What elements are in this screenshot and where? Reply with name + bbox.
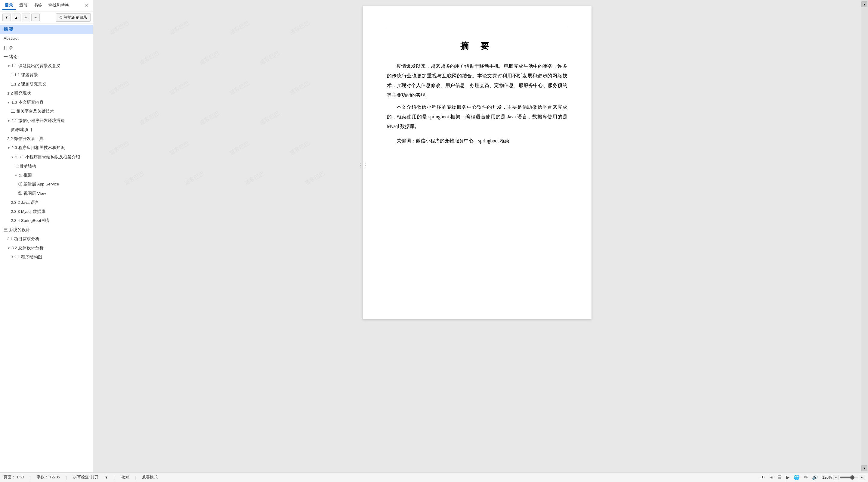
proofread-button[interactable]: 校对 [121, 475, 129, 480]
add-button[interactable]: + [22, 13, 30, 21]
toc-item[interactable]: ② 视图层 View [0, 189, 93, 198]
page-top-border [387, 28, 567, 28]
toc-item[interactable]: ▼(2)框架 [0, 171, 93, 180]
toc-item[interactable]: Abstract [0, 34, 93, 43]
toc-item[interactable]: 二 相关平台及关键技术 [0, 107, 93, 116]
sidebar-toolbar: ▼ ▲ + − ⊙ 智能识别目录 [0, 11, 93, 24]
watermark-text: 道客巴巴 [258, 110, 281, 127]
watermark-text: 道客巴巴 [288, 140, 311, 157]
expand-icon: ▼ [14, 173, 19, 178]
grid-icon[interactable]: ⊞ [769, 475, 773, 480]
scroll-up-button[interactable]: ▲ [861, 1, 867, 7]
right-panel: ▲ ▼ [861, 0, 868, 472]
close-button[interactable]: ✕ [83, 2, 91, 9]
toc-item[interactable]: ▼2.1 微信小程序开发环境搭建 [0, 116, 93, 125]
expand-icon: ▼ [11, 155, 15, 159]
watermark-text: 道客巴巴 [108, 140, 130, 157]
eye-icon[interactable]: 👁 [760, 475, 765, 480]
toc-item[interactable]: 目 录 [0, 43, 93, 52]
separator-4: | [135, 475, 136, 480]
toc-list: 摘 要Abstract目 录一 绪论▼1.1 课题提出的背景及意义1.1.1 课… [0, 24, 93, 472]
toc-item[interactable]: 2.3.4 SpringBoot 框架 [0, 216, 93, 225]
zoom-increase-button[interactable]: + [859, 475, 864, 480]
list-icon[interactable]: ☰ [777, 475, 782, 480]
pen-icon[interactable]: ✏ [804, 475, 808, 480]
document-page: ⋮⋮ 摘 要 疫情爆发以来，越来越多的用户借助于移动手机、电脑完成生活中的事务，… [363, 6, 591, 319]
keywords-paragraph: 关键词：微信小程序的宠物服务中心；springboot 框架 [387, 136, 567, 146]
paragraph-2: 本文介绍微信小程序的宠物服务中心软件的开发，主要是借助微信平台来完成的，框架使用… [387, 102, 567, 131]
page-info: 页面： 1/50 [4, 475, 24, 480]
watermark-text: 道客巴巴 [228, 140, 251, 157]
paragraph-1: 疫情爆发以来，越来越多的用户借助于移动手机、电脑完成生活中的事务，许多的传统行业… [387, 61, 567, 100]
spell-check-status[interactable]: 拼写检查: 打开 [73, 475, 99, 480]
watermark-text: 道客巴巴 [123, 170, 145, 187]
speaker-icon[interactable]: 🔊 [812, 475, 818, 480]
scroll-down-button[interactable]: ▼ [861, 465, 867, 471]
move-down-button[interactable]: ▼ [2, 13, 11, 21]
toc-item[interactable]: 2.2 微信开发者工具 [0, 134, 93, 143]
remove-button[interactable]: − [31, 13, 40, 21]
toc-item[interactable]: 一 绪论 [0, 52, 93, 61]
separator-1: | [30, 475, 31, 480]
zoom-control: 120% − + [822, 475, 864, 480]
watermark-text: 道客巴巴 [243, 170, 266, 187]
main-content: 道客巴巴道客巴巴道客巴巴道客巴巴道客巴巴道客巴巴道客巴巴道客巴巴道客巴巴道客巴巴… [93, 0, 861, 472]
tab-find-replace[interactable]: 查找和替换 [46, 1, 72, 10]
tab-chapters[interactable]: 章节 [17, 1, 30, 10]
watermark-text: 道客巴巴 [288, 80, 311, 97]
zoom-decrease-button[interactable]: − [833, 475, 838, 480]
toc-item[interactable]: ▼1.1 课题提出的背景及意义 [0, 61, 93, 70]
toc-item[interactable]: 1.2 研究现状 [0, 89, 93, 98]
compat-mode-label: 兼容模式 [142, 475, 158, 480]
watermark-text: 道客巴巴 [108, 19, 130, 36]
zoom-slider[interactable] [840, 477, 858, 478]
globe-icon[interactable]: 🌐 [794, 475, 800, 480]
page-value: 1/50 [16, 475, 24, 479]
toc-item[interactable]: ▼3.2 总体设计分析 [0, 244, 93, 252]
play-icon[interactable]: ▶ [786, 475, 789, 480]
toc-item[interactable]: (5)创建项目 [0, 125, 93, 134]
toc-item[interactable]: 2.3.3 Mysql 数据库 [0, 207, 93, 216]
toc-item[interactable]: 摘 要 [0, 25, 93, 34]
status-right: 👁 ⊞ ☰ ▶ 🌐 ✏ 🔊 120% − + [760, 475, 864, 480]
watermark-text: 道客巴巴 [183, 170, 206, 187]
char-info: 字数： 12735 [37, 475, 60, 480]
expand-icon: ▼ [7, 246, 11, 250]
tab-bookmarks[interactable]: 书签 [31, 1, 44, 10]
char-label: 字数： [37, 475, 49, 479]
spell-check-dropdown[interactable]: ▼ [105, 475, 108, 480]
watermark-text: 道客巴巴 [168, 80, 190, 97]
smart-icon: ⊙ [59, 16, 63, 20]
toc-item[interactable]: 三 系统的设计 [0, 225, 93, 235]
smart-toc-label: 智能识别目录 [64, 15, 87, 20]
smart-toc-button[interactable]: ⊙ 智能识别目录 [56, 13, 91, 22]
toc-item[interactable]: ① 逻辑层 App Service [0, 180, 93, 189]
char-value: 12735 [50, 475, 60, 479]
drag-handle-icon[interactable]: ⋮⋮ [358, 162, 368, 168]
document-title: 摘 要 [387, 40, 567, 52]
document-body: 疫情爆发以来，越来越多的用户借助于移动手机、电脑完成生活中的事务，许多的传统行业… [387, 61, 567, 146]
watermark-text: 道客巴巴 [138, 110, 160, 127]
expand-icon: ▼ [7, 119, 11, 123]
watermark-text: 道客巴巴 [228, 19, 251, 36]
watermark-text: 道客巴巴 [288, 19, 311, 36]
expand-icon: ▼ [7, 64, 11, 68]
toc-item[interactable]: ▼1.3 本文研究内容 [0, 98, 93, 107]
toc-item[interactable]: (1)目录结构 [0, 162, 93, 171]
toc-item[interactable]: 1.1.2 课题研究意义 [0, 80, 93, 89]
toc-item[interactable]: 1.1.1 课题背景 [0, 70, 93, 80]
toc-item[interactable]: ▼2.3 程序应用相关技术和知识 [0, 143, 93, 152]
expand-icon: ▼ [7, 146, 11, 150]
sidebar: 目录 章节 书签 查找和替换 ✕ ▼ ▲ + − ⊙ 智能识别目录 摘 要Abs… [0, 0, 93, 472]
separator-2: | [66, 475, 67, 480]
toc-item[interactable]: 3.1 项目需求分析 [0, 235, 93, 244]
zoom-value: 120% [822, 475, 832, 480]
toc-item[interactable]: 3.2.1 程序结构图 [0, 252, 93, 262]
watermark-text: 道客巴巴 [258, 49, 281, 66]
toc-item[interactable]: 2.3.2 Java 语言 [0, 198, 93, 207]
tab-toc[interactable]: 目录 [2, 1, 16, 10]
page-label: 页面： [4, 475, 16, 479]
toc-item[interactable]: ▼2.3.1 小程序目录结构以及框架介绍 [0, 153, 93, 162]
sidebar-tabs: 目录 章节 书签 查找和替换 ✕ [0, 0, 93, 11]
move-up-button[interactable]: ▲ [12, 13, 21, 21]
